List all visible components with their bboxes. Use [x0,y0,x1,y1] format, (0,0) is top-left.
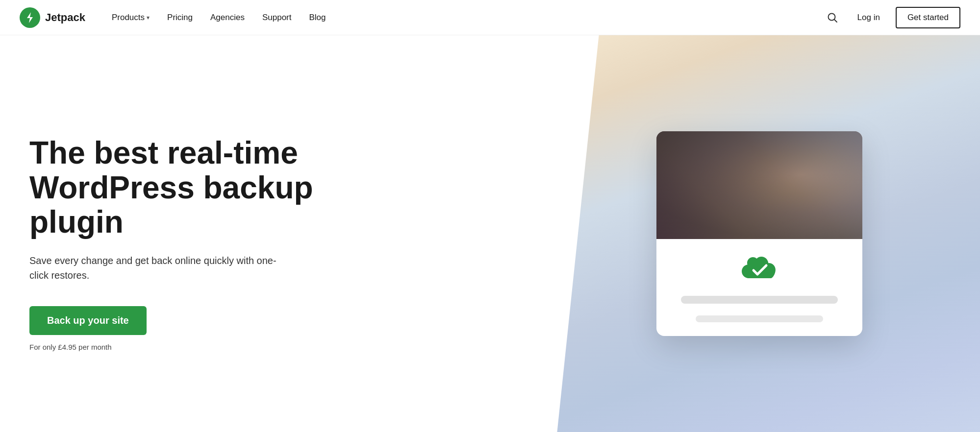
price-note: For only £4.95 per month [29,343,509,351]
hero-left: The best real-time WordPress backup plug… [0,35,539,432]
logo-text: Jetpack [45,11,85,24]
cta-button[interactable]: Back up your site [29,306,147,335]
cloud-check-icon [740,255,779,284]
nav-support[interactable]: Support [255,9,299,26]
jetpack-bolt-icon [24,11,36,24]
nav-blog[interactable]: Blog [302,9,333,26]
card-progress-bar-2 [696,315,823,322]
navbar: Jetpack Products ▾ Pricing Agencies Supp… [0,0,980,35]
hero-section: The best real-time WordPress backup plug… [0,35,980,432]
search-button[interactable] [823,8,842,27]
nav-right: Log in Get started [823,7,960,28]
card-progress-bar-1 [681,296,838,304]
login-link[interactable]: Log in [852,9,886,26]
cloud-checkmark-svg [740,255,779,284]
hero-headline: The best real-time WordPress backup plug… [29,136,373,239]
hero-card [656,131,862,336]
hero-card-body [656,239,862,336]
nav-pricing[interactable]: Pricing [160,9,200,26]
svg-line-2 [834,19,836,22]
nav-links: Products ▾ Pricing Agencies Support Blog [105,9,823,26]
nav-agencies[interactable]: Agencies [203,9,251,26]
products-chevron-icon: ▾ [147,14,150,21]
svg-marker-0 [27,12,33,23]
jetpack-logo-icon [20,7,40,28]
hero-subtext: Save every change and get back online qu… [29,253,284,283]
get-started-button[interactable]: Get started [896,7,960,28]
nav-products[interactable]: Products ▾ [105,9,156,26]
hero-card-image [656,131,862,239]
hero-right [539,35,980,432]
logo-area[interactable]: Jetpack [20,7,85,28]
search-icon [827,12,838,23]
